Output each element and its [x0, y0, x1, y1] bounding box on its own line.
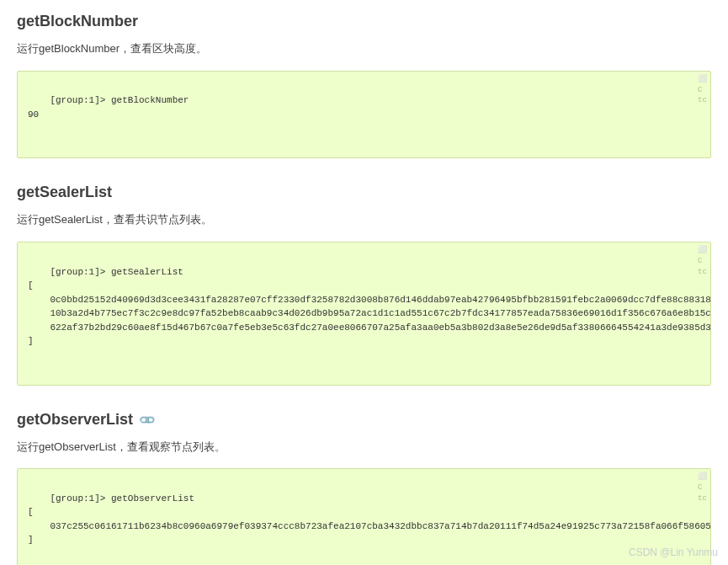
code-toolbar: ⬜ C tc: [698, 246, 707, 276]
permalink-icon[interactable]: 🔗: [138, 411, 157, 429]
code-block-getsealerlist: [group:1]> getSealerList [ 0c0bbd25152d4…: [17, 242, 711, 386]
code-content: [group:1]> getSealerList [ 0c0bbd25152d4…: [28, 267, 711, 347]
toggle-button[interactable]: tc: [698, 268, 707, 277]
copy-button[interactable]: C: [698, 257, 707, 266]
desc-getblocknumber: 运行getBlockNumber，查看区块高度。: [17, 40, 711, 58]
code-content: [group:1]> getBlockNumber 90: [28, 95, 189, 120]
section-getobserverlist: getObserverList 🔗 运行getObserverList，查看观察…: [17, 411, 711, 565]
expand-icon[interactable]: ⬜: [698, 472, 707, 482]
watermark: CSDN @Lin Yunmu: [629, 546, 718, 558]
code-toolbar: ⬜ C tc: [698, 472, 707, 503]
heading-getobserverlist: getObserverList 🔗: [17, 411, 154, 429]
toggle-button[interactable]: tc: [698, 96, 707, 105]
copy-button[interactable]: C: [698, 86, 707, 95]
section-getsealerlist: getSealerList 运行getSealerList，查看共识节点列表。 …: [17, 184, 711, 385]
code-block-getobserverlist: [group:1]> getObserverList [ 037c255c061…: [17, 468, 711, 565]
desc-getsealerlist: 运行getSealerList，查看共识节点列表。: [17, 211, 711, 229]
code-content: [group:1]> getObserverList [ 037c255c061…: [28, 493, 711, 546]
section-getblocknumber: getBlockNumber 运行getBlockNumber，查看区块高度。 …: [17, 13, 711, 158]
code-block-getblocknumber: [group:1]> getBlockNumber 90 ⬜ C tc: [17, 71, 711, 159]
desc-getobserverlist: 运行getObserverList，查看观察节点列表。: [17, 439, 711, 456]
heading-getsealerlist: getSealerList: [17, 184, 112, 201]
code-toolbar: ⬜ C tc: [698, 75, 707, 105]
expand-icon[interactable]: ⬜: [698, 246, 707, 255]
expand-icon[interactable]: ⬜: [698, 75, 707, 84]
toggle-button[interactable]: tc: [698, 494, 707, 504]
heading-getblocknumber: getBlockNumber: [17, 13, 138, 30]
heading-text: getObserverList: [17, 411, 133, 428]
copy-button[interactable]: C: [698, 483, 707, 493]
